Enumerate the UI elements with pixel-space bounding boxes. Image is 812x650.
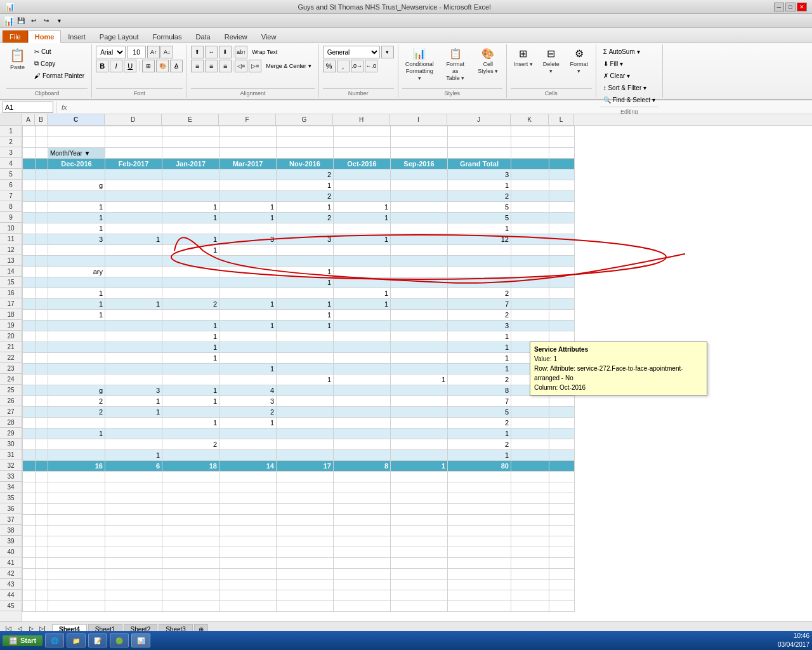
cell-r14-c7[interactable]: [334, 267, 391, 277]
row-num-6[interactable]: 6: [0, 180, 22, 190]
cell-r27-c3[interactable]: 1: [105, 407, 162, 418]
cell-r1-c9[interactable]: [448, 126, 511, 137]
cell-r34-c7[interactable]: [334, 482, 391, 493]
cell-r12-c3[interactable]: [105, 245, 162, 256]
cell-r7-c4[interactable]: [162, 191, 219, 202]
cell-r11-c4[interactable]: 1: [162, 234, 219, 245]
cell-r24-c2[interactable]: [48, 375, 105, 385]
cell-r32-c6[interactable]: 17: [277, 461, 334, 472]
cell-r25-c1[interactable]: [36, 385, 48, 396]
cell-r11-c2[interactable]: 3: [48, 234, 105, 245]
cell-r36-c9[interactable]: [448, 504, 511, 515]
cell-r19-c6[interactable]: 1: [277, 321, 334, 331]
cell-r22-c0[interactable]: [23, 353, 36, 364]
window-controls[interactable]: ─ □ ✕: [774, 3, 807, 11]
cell-r11-c1[interactable]: [36, 234, 48, 245]
cell-r19-c9[interactable]: 3: [448, 321, 511, 331]
cell-r21-c3[interactable]: [105, 342, 162, 353]
row-num-9[interactable]: 9: [0, 212, 22, 223]
align-left-button[interactable]: ≡: [191, 60, 204, 72]
cell-r3-c0[interactable]: [23, 148, 36, 159]
cell-r20-c1[interactable]: [36, 331, 48, 342]
cell-r3-c9[interactable]: [448, 148, 511, 159]
cell-r26-c1[interactable]: [36, 396, 48, 407]
cell-r5-c11[interactable]: [549, 169, 575, 180]
cell-r32-c8[interactable]: 1: [391, 461, 448, 472]
cell-r44-c8[interactable]: [391, 590, 448, 601]
cell-r21-c4[interactable]: 1: [162, 342, 219, 353]
cell-r17-c7[interactable]: 1: [334, 299, 391, 310]
cell-r37-c3[interactable]: [105, 515, 162, 526]
cell-r25-c9[interactable]: 8: [448, 385, 511, 396]
cell-r19-c4[interactable]: 1: [162, 321, 219, 331]
cell-r29-c9[interactable]: 1: [448, 428, 511, 439]
cell-r14-c6[interactable]: 1: [277, 267, 334, 277]
cell-r10-c8[interactable]: [391, 223, 448, 234]
save-quick-button[interactable]: 💾: [15, 15, 27, 27]
cell-r1-c4[interactable]: [162, 126, 219, 137]
cell-r5-c3[interactable]: [105, 169, 162, 180]
cell-r38-c6[interactable]: [277, 526, 334, 536]
cell-r13-c6[interactable]: [277, 256, 334, 267]
cell-r9-c4[interactable]: 1: [162, 213, 219, 223]
cell-r32-c10[interactable]: [511, 461, 549, 472]
cell-r39-c7[interactable]: [334, 536, 391, 547]
cell-r45-c10[interactable]: [511, 601, 549, 612]
cell-r43-c7[interactable]: [334, 580, 391, 590]
cell-r17-c2[interactable]: 1: [48, 299, 105, 310]
cell-r30-c7[interactable]: [334, 439, 391, 450]
cell-r16-c2[interactable]: 1: [48, 288, 105, 299]
cell-r38-c1[interactable]: [36, 526, 48, 536]
cell-r27-c10[interactable]: [511, 407, 549, 418]
cell-r13-c7[interactable]: [334, 256, 391, 267]
cell-r18-c2[interactable]: 1: [48, 310, 105, 321]
cell-r45-c4[interactable]: [162, 601, 219, 612]
cell-r32-c1[interactable]: [36, 461, 48, 472]
cell-r12-c2[interactable]: [48, 245, 105, 256]
restore-button[interactable]: □: [785, 3, 796, 11]
cell-r32-c0[interactable]: [23, 461, 36, 472]
cell-r34-c11[interactable]: [549, 482, 575, 493]
cell-r19-c0[interactable]: [23, 321, 36, 331]
cell-r30-c0[interactable]: [23, 439, 36, 450]
cell-r40-c9[interactable]: [448, 547, 511, 558]
bold-button[interactable]: B: [96, 60, 108, 72]
col-header-k[interactable]: K: [511, 114, 549, 125]
cell-r21-c0[interactable]: [23, 342, 36, 353]
number-format-select[interactable]: General: [323, 46, 380, 58]
cell-r33-c5[interactable]: [219, 472, 277, 482]
cell-r13-c8[interactable]: [391, 256, 448, 267]
col-header-d[interactable]: D: [105, 114, 162, 125]
cell-r1-c8[interactable]: [391, 126, 448, 137]
cell-r38-c7[interactable]: [334, 526, 391, 536]
cell-r26-c7[interactable]: [334, 396, 391, 407]
cell-r30-c4[interactable]: 2: [162, 439, 219, 450]
cell-r22-c3[interactable]: [105, 353, 162, 364]
cell-styles-button[interactable]: 🎨 CellStyles ▾: [474, 46, 502, 84]
cell-r41-c10[interactable]: [511, 558, 549, 569]
cell-r15-c1[interactable]: [36, 277, 48, 288]
cell-r13-c4[interactable]: [162, 256, 219, 267]
cell-r38-c3[interactable]: [105, 526, 162, 536]
cell-r23-c3[interactable]: [105, 364, 162, 375]
font-color-button[interactable]: A̲: [170, 60, 183, 72]
cell-r13-c11[interactable]: [549, 256, 575, 267]
cell-r44-c9[interactable]: [448, 590, 511, 601]
cell-r44-c1[interactable]: [36, 590, 48, 601]
cell-r8-c7[interactable]: 1: [334, 202, 391, 213]
cell-r45-c9[interactable]: [448, 601, 511, 612]
taskbar-icon-1[interactable]: 🌐: [45, 633, 64, 647]
cell-r25-c0[interactable]: [23, 385, 36, 396]
cell-r40-c11[interactable]: [549, 547, 575, 558]
cell-r27-c0[interactable]: [23, 407, 36, 418]
cell-r8-c5[interactable]: 1: [219, 202, 277, 213]
cell-r30-c1[interactable]: [36, 439, 48, 450]
cell-r28-c2[interactable]: [48, 418, 105, 428]
cell-r38-c0[interactable]: [23, 526, 36, 536]
clear-button[interactable]: ✗ Clear ▾: [600, 70, 633, 81]
cell-r7-c8[interactable]: [391, 191, 448, 202]
cell-r42-c1[interactable]: [36, 569, 48, 580]
tab-review[interactable]: Review: [218, 30, 254, 43]
delete-cells-button[interactable]: ⊟ Delete ▾: [539, 46, 564, 84]
cell-r23-c2[interactable]: [48, 364, 105, 375]
